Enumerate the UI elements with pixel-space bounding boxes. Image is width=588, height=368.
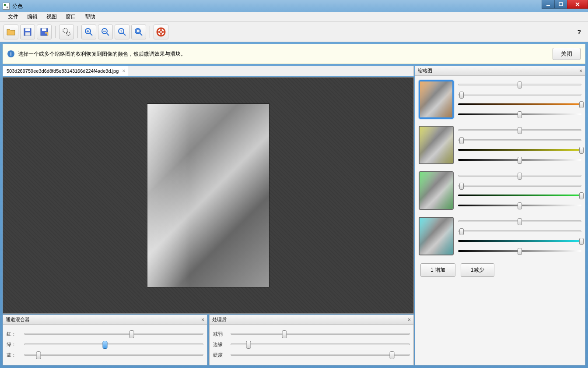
slider[interactable] xyxy=(24,340,203,348)
svg-point-21 xyxy=(135,28,140,34)
mini-slider[interactable] xyxy=(458,101,581,107)
save-button[interactable] xyxy=(20,25,35,39)
bottom-panels: 通道混合器 × 红：绿：蓝： 处理后 × 减弱边缘硬度 xyxy=(3,315,414,365)
mini-slider[interactable] xyxy=(458,192,581,198)
slider[interactable] xyxy=(231,340,410,348)
post-process-panel: 处理后 × 减弱边缘硬度 xyxy=(209,315,414,365)
remove-button[interactable]: 1减少 xyxy=(461,263,494,277)
slider-label: 硬度 xyxy=(213,352,228,358)
menu-view[interactable]: 视图 xyxy=(42,12,61,22)
mini-slider[interactable] xyxy=(458,218,581,224)
svg-line-16 xyxy=(107,33,109,35)
toolbar: 1 ? xyxy=(0,22,588,42)
toolbar-separator xyxy=(55,26,56,38)
open-button[interactable] xyxy=(4,25,18,39)
menu-window[interactable]: 窗口 xyxy=(61,12,80,22)
mini-slider[interactable] xyxy=(458,183,581,189)
thumbnail-buttons: 1 增加 1减少 xyxy=(415,260,585,280)
mini-slider[interactable] xyxy=(458,111,581,117)
canvas[interactable] xyxy=(3,77,414,314)
panel-header[interactable]: 处理后 × xyxy=(210,315,413,325)
thumbnails-panel: 缩略图 × 1 增加 1减少 xyxy=(415,66,585,365)
content-area: 503d269759ee3d6d8fd5e83143166d224f4ade3d… xyxy=(3,66,585,365)
panel-body: 减弱边缘硬度 xyxy=(210,325,413,364)
thumbnail-sliders xyxy=(458,217,581,255)
slider-row: 硬度 xyxy=(213,351,410,359)
mini-slider[interactable] xyxy=(458,238,581,244)
save-as-button[interactable] xyxy=(37,25,52,39)
slider[interactable] xyxy=(231,330,410,338)
mini-slider[interactable] xyxy=(458,173,581,179)
panel-title: 通道混合器 xyxy=(6,316,30,323)
slider-label: 绿： xyxy=(7,341,21,348)
slider-label: 边缘 xyxy=(213,341,228,348)
zoom-actual-button[interactable]: 1 xyxy=(115,25,130,39)
app-window: 分色 文件 编辑 视图 窗口 帮助 1 ? i 选择一个或多个缩略图的权利恢复到… xyxy=(0,0,588,368)
svg-point-25 xyxy=(160,31,162,33)
left-column: 503d269759ee3d6d8fd5e83143166d224f4ade3d… xyxy=(3,66,414,365)
menu-file[interactable]: 文件 xyxy=(4,12,23,22)
svg-rect-23 xyxy=(136,30,139,32)
help-icon[interactable]: ? xyxy=(577,28,584,35)
slider[interactable] xyxy=(24,351,203,359)
slider-label: 红： xyxy=(7,331,21,337)
svg-text:1: 1 xyxy=(120,29,122,33)
panel-close-icon[interactable]: × xyxy=(201,317,204,323)
mini-slider[interactable] xyxy=(458,157,581,163)
slider-row: 蓝： xyxy=(7,351,203,359)
mini-slider[interactable] xyxy=(458,137,581,143)
zoom-fit-button[interactable] xyxy=(131,25,146,39)
panel-title: 处理后 xyxy=(212,316,227,323)
thumbnail-row xyxy=(419,217,581,255)
panel-header[interactable]: 通道混合器 × xyxy=(3,315,207,325)
mini-slider[interactable] xyxy=(458,248,581,254)
svg-rect-1 xyxy=(559,3,563,6)
thumbnail-sliders xyxy=(458,171,581,210)
panel-header[interactable]: 缩略图 × xyxy=(415,66,585,76)
menu-edit[interactable]: 编辑 xyxy=(23,12,42,22)
panel-close-icon[interactable]: × xyxy=(408,317,411,323)
slider-label: 减弱 xyxy=(213,331,228,337)
thumbnail-row xyxy=(419,126,581,164)
titlebar[interactable]: 分色 xyxy=(0,0,588,12)
mini-slider[interactable] xyxy=(458,147,581,153)
slider-label: 蓝： xyxy=(7,352,21,358)
add-button[interactable]: 1 增加 xyxy=(420,263,455,277)
slider[interactable] xyxy=(24,330,203,338)
panel-title: 缩略图 xyxy=(418,67,432,74)
zoom-out-button[interactable] xyxy=(98,25,113,39)
slider[interactable] xyxy=(231,351,410,359)
maximize-button[interactable] xyxy=(554,0,567,9)
tab-close-icon[interactable]: × xyxy=(122,68,125,74)
toolbar-separator xyxy=(150,26,150,38)
svg-point-10 xyxy=(66,32,70,35)
help-button[interactable] xyxy=(154,25,168,39)
thumbnail-image[interactable] xyxy=(419,171,454,210)
close-button[interactable] xyxy=(567,0,588,9)
thumbnail-row xyxy=(419,171,581,210)
mini-slider[interactable] xyxy=(458,202,581,209)
window-title: 分色 xyxy=(12,3,23,10)
mini-slider[interactable] xyxy=(458,127,581,133)
mini-slider[interactable] xyxy=(458,92,581,98)
zoom-in-button[interactable] xyxy=(81,25,96,39)
settings-button[interactable] xyxy=(59,25,74,39)
channel-mixer-panel: 通道混合器 × 红：绿：蓝： xyxy=(3,315,207,365)
panel-body: 红：绿：蓝： xyxy=(3,325,207,364)
thumbnail-image[interactable] xyxy=(419,217,454,255)
document-tab[interactable]: 503d269759ee3d6d8fd5e83143166d224f4ade3d… xyxy=(3,66,129,76)
minimize-button[interactable] xyxy=(542,0,555,9)
info-text: 选择一个或多个缩略图的权利恢复到图像的颜色，然后微调效果与滑块。 xyxy=(18,50,186,58)
panel-close-icon[interactable]: × xyxy=(579,68,582,74)
info-close-button[interactable]: 关闭 xyxy=(553,48,581,60)
thumbnail-row xyxy=(419,80,581,119)
svg-rect-6 xyxy=(25,32,30,35)
menu-help[interactable]: 帮助 xyxy=(80,12,100,22)
mini-slider[interactable] xyxy=(458,81,581,88)
slider-row: 红： xyxy=(7,330,203,338)
mini-slider[interactable] xyxy=(458,228,581,234)
thumbnail-image[interactable] xyxy=(419,126,454,164)
slider-row: 边缘 xyxy=(213,340,410,348)
thumbnail-list xyxy=(415,76,585,260)
thumbnail-image[interactable] xyxy=(419,80,454,119)
